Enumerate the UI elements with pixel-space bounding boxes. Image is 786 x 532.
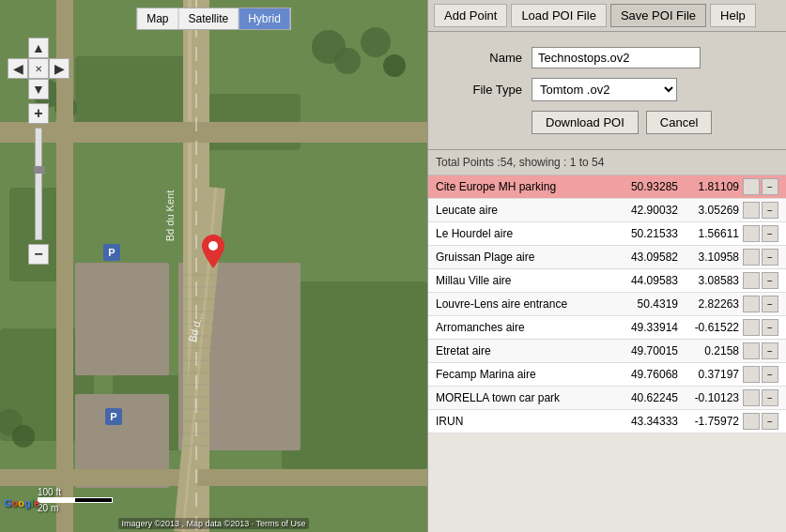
- point-lng: -1.75972: [682, 415, 743, 428]
- svg-point-16: [383, 54, 406, 77]
- map-scale: 100 ft 20 m: [38, 487, 113, 513]
- point-name: Etretat aire: [432, 344, 614, 357]
- table-row[interactable]: Cite Europe MH parking 50.93285 1.81109 …: [428, 175, 786, 199]
- table-row[interactable]: Gruissan Plage aire 43.09582 3.10958 −: [428, 246, 786, 269]
- filetype-select[interactable]: Tomtom .ov2: [532, 78, 677, 101]
- nav-up[interactable]: ▲: [28, 38, 49, 58]
- right-panel: Add Point Load POI File Save POI File He…: [427, 0, 786, 532]
- table-row[interactable]: Fecamp Marina aire 49.76068 0.37197 −: [428, 363, 786, 387]
- point-name: MORELLA town car park: [432, 391, 614, 404]
- points-section: Total Points :54, showing : 1 to 54 Cite…: [428, 150, 786, 532]
- point-lng: -0.61522: [682, 321, 743, 334]
- table-row[interactable]: Arromanches aire 49.33914 -0.61522 −: [428, 316, 786, 340]
- point-delete-btn[interactable]: −: [762, 225, 778, 242]
- point-actions: −: [743, 272, 782, 289]
- save-poi-button[interactable]: Save POI File: [610, 4, 706, 27]
- point-actions: −: [743, 319, 782, 336]
- map-container[interactable]: Bd du Kent Bd d... P P Map Satellite Hyb…: [0, 0, 427, 532]
- parking-marker-1: P: [103, 244, 120, 261]
- point-delete-btn[interactable]: −: [762, 202, 778, 219]
- point-lat: 42.90032: [614, 204, 682, 217]
- point-lat: 50.4319: [614, 297, 682, 311]
- table-row[interactable]: MORELLA town car park 40.62245 -0.10123 …: [428, 387, 786, 410]
- point-name: Cite Europe MH parking: [432, 180, 614, 193]
- point-lat: 43.34333: [614, 415, 682, 428]
- add-point-button[interactable]: Add Point: [434, 4, 507, 27]
- svg-rect-23: [0, 469, 427, 486]
- map-btn-map[interactable]: Map: [137, 8, 178, 29]
- svg-point-18: [12, 425, 35, 448]
- scale-label-m: 20 m: [38, 503, 58, 513]
- map-attribution: Imagery ©2013 , Map data ©2013 · Terms o…: [4, 518, 424, 528]
- table-row[interactable]: IRUN 43.34333 -1.75972 −: [428, 410, 786, 433]
- table-row[interactable]: Millau Ville aire 44.09583 3.08583 −: [428, 269, 786, 293]
- point-lat: 44.09583: [614, 274, 682, 287]
- point-edit-btn[interactable]: [743, 178, 760, 195]
- point-lat: 43.09582: [614, 251, 682, 264]
- point-edit-btn[interactable]: [743, 366, 760, 383]
- load-poi-button[interactable]: Load POI File: [511, 4, 607, 27]
- svg-point-53: [208, 241, 218, 251]
- point-delete-btn[interactable]: −: [762, 413, 778, 430]
- map-type-bar: Map Satellite Hybrid: [136, 8, 291, 30]
- map-btn-hybrid[interactable]: Hybrid: [239, 8, 290, 29]
- zoom-thumb[interactable]: [34, 166, 45, 174]
- nav-down[interactable]: ▼: [28, 79, 49, 99]
- filetype-label: File Type: [447, 83, 522, 97]
- point-delete-btn[interactable]: −: [762, 296, 778, 312]
- zoom-out[interactable]: −: [28, 244, 49, 265]
- point-edit-btn[interactable]: [743, 319, 760, 336]
- point-delete-btn[interactable]: −: [762, 342, 778, 359]
- nav-controls: ▲ ◀ ✕ ▶ ▼ + −: [8, 38, 69, 265]
- point-edit-btn[interactable]: [743, 249, 760, 266]
- nav-right[interactable]: ▶: [49, 58, 69, 79]
- point-lng: -0.10123: [682, 391, 743, 404]
- point-edit-btn[interactable]: [743, 272, 760, 289]
- point-delete-btn[interactable]: −: [762, 272, 778, 289]
- help-button[interactable]: Help: [710, 4, 756, 27]
- name-input[interactable]: [532, 47, 701, 68]
- point-delete-btn[interactable]: −: [762, 366, 778, 383]
- zoom-track: [35, 128, 42, 240]
- point-delete-btn[interactable]: −: [762, 178, 778, 195]
- table-row[interactable]: Le Hourdel aire 50.21533 1.56611 −: [428, 222, 786, 246]
- point-actions: −: [743, 366, 782, 383]
- point-name: Fecamp Marina aire: [432, 368, 614, 381]
- point-name: Gruissan Plage aire: [432, 251, 614, 264]
- filetype-select-wrap: Tomtom .ov2: [532, 78, 677, 101]
- point-lng: 3.08583: [682, 274, 743, 287]
- point-lat: 50.93285: [614, 180, 682, 193]
- nav-center[interactable]: ✕: [28, 58, 49, 79]
- download-poi-button[interactable]: Download POI: [532, 111, 639, 134]
- point-edit-btn[interactable]: [743, 225, 760, 242]
- point-lng: 3.05269: [682, 204, 743, 217]
- point-lng: 2.82263: [682, 297, 743, 311]
- points-table[interactable]: Cite Europe MH parking 50.93285 1.81109 …: [428, 175, 786, 532]
- point-actions: −: [743, 202, 782, 219]
- point-name: Louvre-Lens aire entrance: [432, 297, 614, 311]
- point-delete-btn[interactable]: −: [762, 389, 778, 406]
- point-edit-btn[interactable]: [743, 389, 760, 406]
- point-lng: 0.37197: [682, 368, 743, 381]
- cancel-button[interactable]: Cancel: [646, 111, 712, 134]
- nav-left[interactable]: ◀: [8, 58, 28, 79]
- svg-point-15: [361, 27, 391, 57]
- table-row[interactable]: Leucate aire 42.90032 3.05269 −: [428, 199, 786, 222]
- table-row[interactable]: Louvre-Lens aire entrance 50.4319 2.8226…: [428, 293, 786, 316]
- points-header: Total Points :54, showing : 1 to 54: [428, 150, 786, 175]
- point-edit-btn[interactable]: [743, 342, 760, 359]
- zoom-in[interactable]: +: [28, 103, 49, 124]
- point-edit-btn[interactable]: [743, 296, 760, 312]
- point-delete-btn[interactable]: −: [762, 249, 778, 266]
- point-edit-btn[interactable]: [743, 413, 760, 430]
- map-pin: [202, 235, 224, 268]
- svg-text:Bd du Kent: Bd du Kent: [164, 190, 176, 241]
- map-btn-satellite[interactable]: Satellite: [178, 8, 239, 29]
- point-delete-btn[interactable]: −: [762, 319, 778, 336]
- point-actions: −: [743, 178, 782, 195]
- point-lat: 49.76068: [614, 368, 682, 381]
- point-edit-btn[interactable]: [743, 202, 760, 219]
- point-actions: −: [743, 413, 782, 430]
- svg-rect-6: [282, 281, 427, 469]
- table-row[interactable]: Etretat aire 49.70015 0.2158 −: [428, 340, 786, 363]
